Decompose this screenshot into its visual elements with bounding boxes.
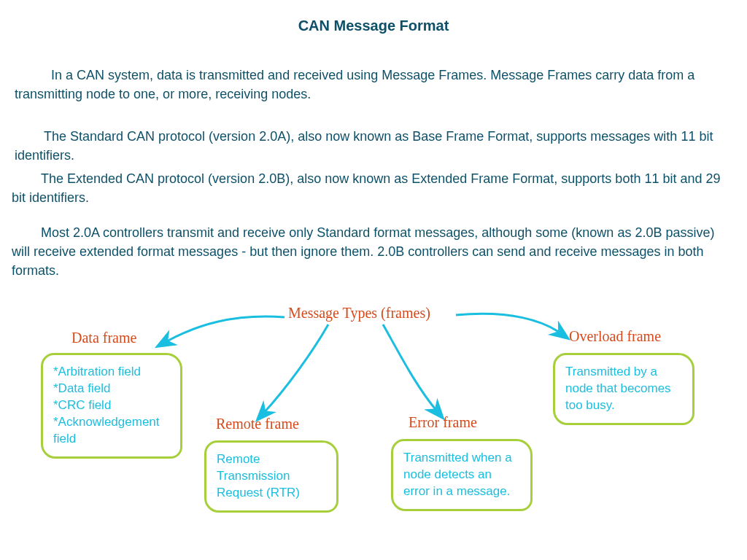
paragraph-intro: In a CAN system, data is transmitted and…: [15, 66, 732, 104]
data-frame-box: *Arbitration field *Data field *CRC fiel…: [41, 353, 182, 459]
paragraph-standard: The Standard CAN protocol (version 2.0A)…: [15, 127, 732, 165]
error-frame-body: Transmitted when a node detects an error…: [403, 450, 520, 500]
page: CAN Message Format In a CAN system, data…: [0, 0, 747, 560]
overload-frame-body: Transmitted by a node that becomes too b…: [565, 364, 682, 414]
page-title: CAN Message Format: [0, 18, 747, 34]
paragraph-controllers: Most 2.0A controllers transmit and recei…: [12, 223, 734, 280]
overload-frame-box: Transmitted by a node that becomes too b…: [553, 353, 694, 425]
error-frame-box: Transmitted when a node detects an error…: [391, 439, 533, 511]
remote-frame-label: Remote frame: [216, 416, 299, 432]
error-frame-label: Error frame: [409, 414, 477, 431]
remote-frame-body: Remote Transmission Request (RTR): [217, 451, 326, 502]
remote-frame-box: Remote Transmission Request (RTR): [204, 440, 338, 513]
overload-frame-label: Overload frame: [569, 328, 661, 345]
diagram-root-label: Message Types (frames): [288, 305, 430, 322]
data-frame-label: Data frame: [71, 330, 136, 346]
data-frame-body: *Arbitration field *Data field *CRC fiel…: [53, 364, 170, 448]
paragraph-extended: The Extended CAN protocol (version 2.0B)…: [12, 169, 734, 207]
